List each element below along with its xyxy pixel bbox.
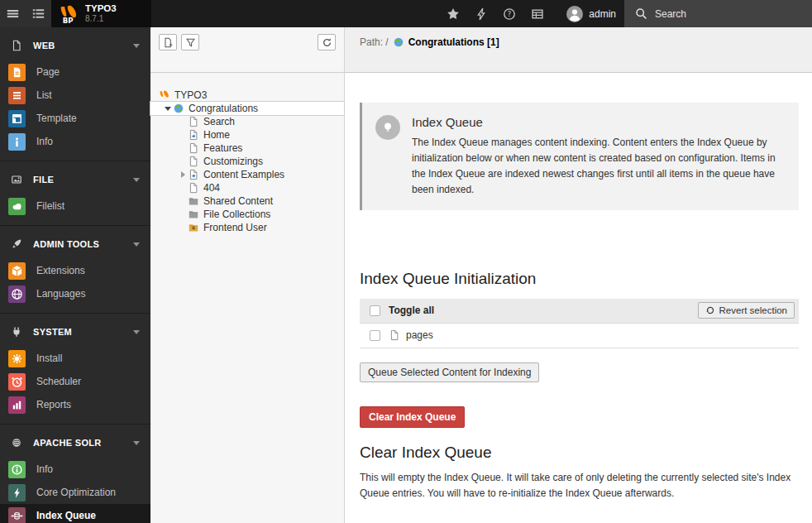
typo3-icon [159, 89, 170, 101]
new-page-button[interactable] [159, 34, 177, 50]
sidebar-item-label: Reports [36, 399, 71, 410]
help-icon[interactable]: ? [497, 0, 522, 27]
content-body: Index Queue The Index Queue manages cont… [345, 73, 812, 523]
chevron-down-icon[interactable] [133, 178, 140, 182]
doc-header: Path: / Congratulations [1] [345, 27, 812, 73]
avatar [566, 6, 583, 22]
sidebar-item-list[interactable]: List [0, 84, 150, 107]
sidebar-item-reports[interactable]: Reports [0, 393, 150, 416]
svg-text:?: ? [508, 10, 512, 18]
tree-node-shared-content[interactable]: Shared Content [150, 194, 344, 208]
lightbulb-icon [375, 115, 400, 140]
init-row-label: pages [406, 329, 433, 341]
product-name: TYPO3 [85, 3, 117, 14]
page-tree-panel: TYPO3CongratulationsSearchHomeFeaturesCu… [150, 27, 345, 523]
bolt-icon[interactable] [469, 0, 494, 27]
chevron-down-icon[interactable] [133, 242, 140, 247]
caret-right-icon[interactable] [178, 171, 188, 178]
row-checkbox[interactable] [370, 330, 380, 341]
chevron-down-icon[interactable] [133, 441, 140, 445]
modules-grid-icon[interactable] [525, 0, 550, 27]
tree-node-features[interactable]: Features [150, 142, 344, 155]
sidebar-section-system: SYSTEMInstallSchedulerReports [0, 314, 150, 425]
folder-user-icon [188, 222, 199, 233]
sidebar-item-index-queue[interactable]: Index Queue [0, 504, 150, 523]
search-input[interactable] [655, 8, 787, 20]
clock-icon [8, 373, 26, 391]
folder-icon [188, 195, 199, 207]
sidebar-section-header-apache-solr[interactable]: APACHE SOLR [0, 428, 150, 458]
revert-selection-button[interactable]: Revert selection [698, 302, 795, 319]
tree-node-label: Frontend User [203, 222, 267, 233]
tree-node-search[interactable]: Search [150, 115, 344, 128]
module-menu-icon[interactable] [31, 7, 45, 21]
sidebar-item-label: List [36, 89, 52, 101]
page-doc-icon [188, 182, 199, 194]
sidebar-item-scheduler[interactable]: Scheduler [0, 370, 150, 393]
globe-icon [8, 285, 26, 303]
tree-node-404[interactable]: 404 [150, 181, 344, 194]
toggle-all-label: Toggle all [389, 305, 698, 316]
refresh-button[interactable] [318, 34, 336, 50]
tree-node-typo3[interactable]: TYPO3 [150, 89, 344, 102]
bolt-tile-icon [8, 484, 26, 501]
sidebar-section-label: APACHE SOLR [33, 438, 133, 448]
chevron-down-icon[interactable] [133, 44, 140, 48]
page-doc-icon [188, 142, 199, 154]
sidebar-section-header-admin-tools[interactable]: ADMIN TOOLS [0, 229, 150, 259]
tree-node-label: Home [203, 129, 230, 141]
page-doc-icon [188, 116, 199, 127]
document-icon [11, 40, 22, 51]
product-block: TYPO3 8.7.1 [85, 3, 117, 24]
callout-text: Index Queue The Index Queue manages cont… [412, 115, 786, 198]
rocket-icon [11, 238, 22, 250]
tree-node-congratulations[interactable]: Congratulations [150, 102, 344, 115]
page-shortcut-icon [188, 129, 199, 141]
solr-icon [11, 437, 22, 449]
sidebar-item-languages[interactable]: Languages [0, 282, 150, 305]
sidebar-item-label: Languages [36, 288, 85, 300]
revert-selection-label: Revert selection [719, 305, 787, 315]
sidebar-item-info[interactable]: Info [0, 458, 150, 481]
toggle-all-checkbox[interactable] [370, 305, 380, 316]
revert-icon [705, 305, 715, 315]
tree-node-customizings[interactable]: Customizings [150, 155, 344, 168]
page-shortcut-icon [188, 169, 199, 180]
sidebar-item-extensions[interactable]: Extensions [0, 259, 150, 282]
page-icon [8, 64, 26, 81]
caret-down-icon[interactable] [163, 107, 173, 111]
tree-node-file-collections[interactable]: File Collections [150, 208, 344, 221]
sidebar-section-label: ADMIN TOOLS [33, 239, 133, 249]
page-tree-toolbar [150, 27, 344, 73]
sidebar-item-info[interactable]: Info [0, 130, 150, 153]
chevron-down-icon[interactable] [133, 330, 140, 334]
index-queue-callout: Index Queue The Index Queue manages cont… [360, 103, 799, 210]
typo3-logo[interactable]: BP TYPO3 8.7.1 [51, 0, 151, 27]
sidebar-item-core-optimization[interactable]: Core Optimization [0, 481, 150, 504]
sidebar-item-label: Scheduler [36, 376, 81, 387]
init-table-header: Toggle all Revert selection [360, 299, 799, 324]
info-icon [8, 133, 26, 151]
plug-icon [11, 326, 22, 338]
tree-node-frontend-user[interactable]: Frontend User [150, 221, 344, 234]
filter-button[interactable] [181, 34, 199, 50]
sidebar-item-page[interactable]: Page [0, 60, 150, 84]
typo3-logo-icon: BP [59, 3, 79, 24]
sidebar-item-install[interactable]: Install [0, 347, 150, 370]
tree-node-content-examples[interactable]: Content Examples [150, 168, 344, 181]
tree-node-label: Features [203, 142, 242, 154]
sidebar-item-template[interactable]: Template [0, 107, 150, 130]
queue-selected-button[interactable]: Queue Selected Content for Indexing [360, 362, 539, 382]
menu-icon[interactable] [6, 7, 20, 21]
sidebar-item-label: Core Optimization [36, 487, 116, 498]
path-label: Path: / [360, 36, 389, 48]
sidebar-section-header-file[interactable]: FILE [0, 165, 150, 194]
sidebar-section-header-web[interactable]: WEB [0, 31, 150, 60]
clear-index-queue-button[interactable]: Clear Index Queue [360, 406, 465, 428]
star-icon[interactable] [441, 0, 466, 27]
tree-node-home[interactable]: Home [150, 128, 344, 142]
username: admin [589, 8, 616, 20]
sidebar-item-filelist[interactable]: Filelist [0, 194, 150, 218]
sidebar-section-header-system[interactable]: SYSTEM [0, 317, 150, 347]
user-menu[interactable]: admin [558, 0, 624, 27]
